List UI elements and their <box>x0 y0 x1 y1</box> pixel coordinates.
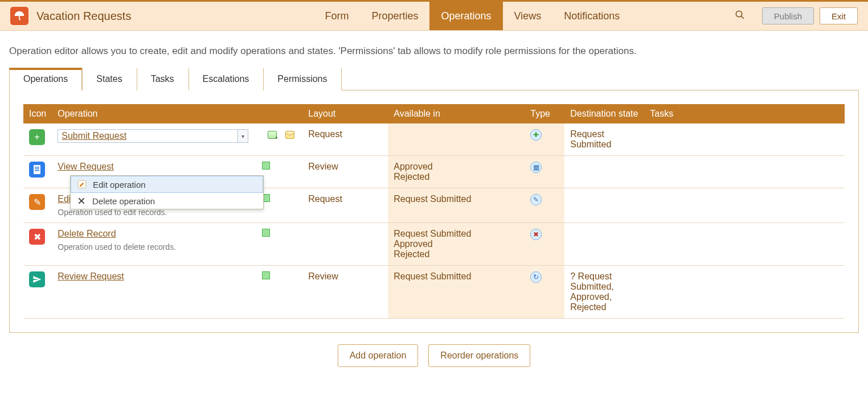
available-cell: Request Submitted Approved Rejected <box>388 223 525 266</box>
table-header-row: Icon Operation Layout Available in Type … <box>23 104 845 123</box>
svg-rect-2 <box>34 165 40 174</box>
available-cell <box>388 123 525 156</box>
svg-rect-4 <box>35 168 39 170</box>
tab-tasks[interactable]: Tasks <box>137 68 189 90</box>
operation-dropdown[interactable]: Submit Request ▾ <box>58 129 248 143</box>
svg-rect-3 <box>35 167 39 168</box>
tab-states[interactable]: States <box>82 68 136 90</box>
operations-table: Icon Operation Layout Available in Type … <box>23 104 845 319</box>
edit-icon: ✎ <box>29 194 45 210</box>
operation-description: Operation used to delete records. <box>58 242 251 252</box>
app-icon <box>10 7 28 25</box>
th-operation: Operation <box>52 104 302 123</box>
th-layout: Layout <box>302 104 388 123</box>
operation-link[interactable]: Delete Record <box>58 229 116 238</box>
dest-cell <box>564 188 644 223</box>
svg-line-1 <box>741 16 744 19</box>
th-dest: Destination state <box>564 104 644 123</box>
delete-icon: ✖ <box>29 229 45 245</box>
operation-link[interactable]: Review Request <box>58 271 124 281</box>
available-cell: Request Submitted <box>388 188 525 223</box>
add-operation-button[interactable]: Add operation <box>338 344 419 367</box>
add-icon: + <box>29 129 45 145</box>
table-row: Review Request Review Request Submitted … <box>23 266 845 319</box>
type-edit-icon: ✎ <box>530 194 542 205</box>
nav-properties[interactable]: Properties <box>360 2 429 30</box>
operation-link[interactable]: View Request <box>58 162 113 171</box>
dest-cell <box>564 223 644 266</box>
th-tasks: Tasks <box>644 104 845 123</box>
dest-cell <box>564 156 644 188</box>
operation-link[interactable]: Submit Request <box>58 131 238 141</box>
available-cell: Request Submitted <box>388 266 525 319</box>
tab-operations[interactable]: Operations <box>9 68 82 90</box>
layout-cell: Request <box>302 123 388 156</box>
layout-cell: Review <box>302 156 388 188</box>
svg-point-0 <box>736 11 742 17</box>
th-icon: Icon <box>23 104 52 123</box>
reorder-operations-button[interactable]: Reorder operations <box>428 344 530 367</box>
context-menu-edit[interactable]: Edit operation <box>71 176 263 193</box>
footer-buttons: Add operation Reorder operations <box>9 344 859 367</box>
dest-cell: ? Request Submitted, Approved, Rejected <box>564 266 644 319</box>
layout-checkbox-icon <box>262 162 270 170</box>
nav-views[interactable]: Views <box>503 2 553 30</box>
sub-tabs: Operations States Tasks Escalations Perm… <box>9 67 859 90</box>
close-icon <box>76 196 87 206</box>
publish-button[interactable]: Publish <box>762 7 814 24</box>
svg-rect-5 <box>35 170 39 171</box>
app-title: Vacation Requests <box>36 10 131 23</box>
top-bar: Vacation Requests Form Properties Operat… <box>0 0 868 31</box>
send-icon <box>29 271 45 287</box>
layout-cell: Review <box>302 266 388 319</box>
type-delete-icon: ✖ <box>530 229 542 240</box>
context-menu-label: Edit operation <box>93 180 146 189</box>
nav-notifications[interactable]: Notifications <box>552 2 631 30</box>
layout-checkbox-icon <box>262 229 270 237</box>
layout-widget-icon[interactable] <box>268 131 277 139</box>
edit-small-icon <box>77 179 87 189</box>
available-cell: Approved Rejected <box>388 156 525 188</box>
help-text: Operation editor allows you to create, e… <box>9 46 859 57</box>
exit-button[interactable]: Exit <box>820 7 858 24</box>
document-icon <box>29 162 45 178</box>
content-area: Operation editor allows you to create, e… <box>0 31 868 376</box>
tab-escalations[interactable]: Escalations <box>189 68 264 90</box>
layout-checkbox-icon <box>262 271 270 279</box>
dest-cell: Request Submitted <box>564 123 644 156</box>
table-row: ✖ Delete Record Operation used to delete… <box>23 223 845 266</box>
nav-operations[interactable]: Operations <box>429 2 502 30</box>
context-menu-delete[interactable]: Delete operation <box>71 193 263 209</box>
chevron-down-icon[interactable]: ▾ <box>238 130 248 142</box>
th-type: Type <box>525 104 564 123</box>
layout-cell: Request <box>302 188 388 223</box>
th-available: Available in <box>388 104 525 123</box>
layout-cell <box>302 223 388 266</box>
table-row: + Submit Request ▾ Request ✚ Reques <box>23 123 845 156</box>
context-menu-label: Delete operation <box>92 196 155 206</box>
nav-form[interactable]: Form <box>313 2 360 30</box>
tab-permissions[interactable]: Permissions <box>263 68 341 90</box>
operations-panel: Icon Operation Layout Available in Type … <box>9 90 859 333</box>
type-transition-icon: ↻ <box>530 271 542 283</box>
umbrella-icon <box>14 10 25 22</box>
type-add-icon: ✚ <box>530 129 542 141</box>
mail-icon[interactable] <box>285 131 294 139</box>
context-menu: Edit operation Delete operation <box>70 175 264 209</box>
type-view-icon: ▦ <box>530 162 542 173</box>
search-icon[interactable] <box>735 10 745 23</box>
top-nav: Form Properties Operations Views Notific… <box>313 2 631 30</box>
